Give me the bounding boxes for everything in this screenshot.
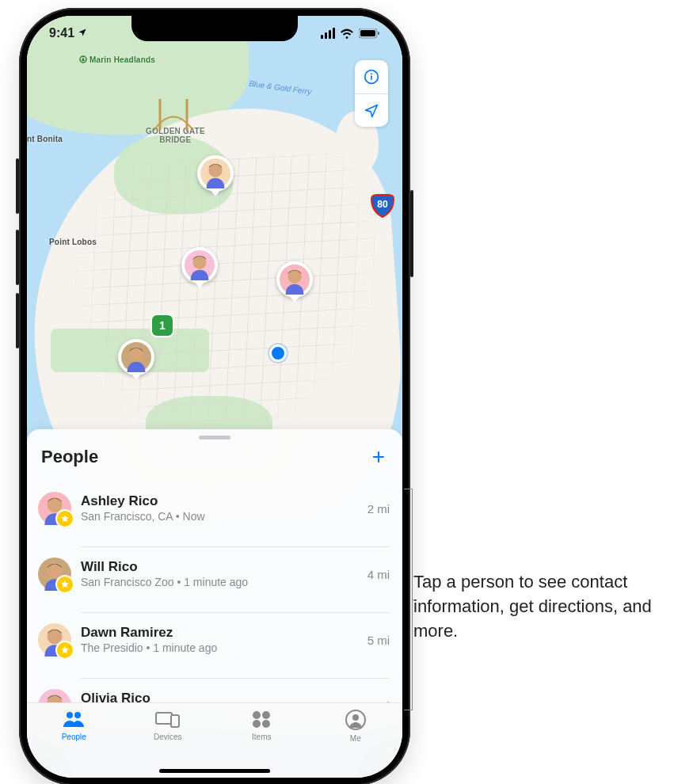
cell-signal-icon bbox=[321, 28, 335, 39]
map-controls bbox=[355, 60, 388, 127]
favorite-star-icon bbox=[55, 641, 74, 660]
map-info-button[interactable] bbox=[355, 60, 388, 93]
tab-bar: People Devices Items bbox=[27, 702, 402, 778]
person-name: Ashley Rico bbox=[81, 493, 358, 509]
svg-point-33 bbox=[262, 720, 270, 728]
map-label-bonita: nt Bonita bbox=[27, 135, 63, 143]
person-name: Dawn Ramirez bbox=[81, 625, 358, 641]
svg-rect-28 bbox=[156, 713, 172, 724]
person-name: Will Rico bbox=[81, 559, 358, 575]
golden-gate-bridge-icon bbox=[146, 87, 201, 143]
clock: 9:41 bbox=[49, 26, 74, 40]
person-subtitle: The Presidio • 1 minute ago bbox=[81, 641, 358, 655]
map-label-ferry: Blue & Gold Ferry bbox=[249, 79, 312, 97]
people-sheet[interactable]: People + Ashley Rico San Francisco, CA •… bbox=[27, 429, 402, 730]
svg-point-26 bbox=[67, 712, 73, 718]
favorite-star-icon bbox=[55, 509, 74, 528]
person-distance: 4 mi bbox=[367, 568, 390, 581]
tab-me[interactable]: Me bbox=[309, 703, 403, 765]
map-person-pin[interactable] bbox=[181, 247, 218, 284]
route-shield-1: 1 bbox=[152, 315, 173, 336]
avatar bbox=[38, 558, 71, 591]
battery-icon bbox=[359, 29, 380, 39]
callout-text: Tap a person to see contact information,… bbox=[413, 570, 659, 643]
map-person-pin[interactable] bbox=[118, 339, 154, 375]
iphone-frame: 9:41 bbox=[19, 8, 410, 784]
person-subtitle: San Francisco, CA • Now bbox=[81, 510, 358, 523]
map-person-pin[interactable] bbox=[197, 155, 234, 192]
people-list: Ashley Rico San Francisco, CA • Now 2 mi… bbox=[27, 476, 402, 730]
tab-people[interactable]: People bbox=[27, 703, 121, 765]
me-icon bbox=[345, 710, 366, 732]
svg-point-31 bbox=[262, 711, 270, 719]
person-distance: 5 mi bbox=[367, 634, 390, 647]
svg-point-27 bbox=[74, 712, 81, 718]
notch bbox=[131, 16, 298, 41]
map-label-lobos: Point Lobos bbox=[49, 238, 97, 246]
svg-rect-29 bbox=[171, 715, 179, 727]
person-subtitle: San Francisco Zoo • 1 minute ago bbox=[81, 576, 358, 589]
add-person-button[interactable]: + bbox=[369, 446, 388, 468]
route-shield-80: 80 bbox=[371, 194, 394, 218]
svg-rect-17 bbox=[371, 75, 372, 80]
map-person-pin[interactable] bbox=[276, 261, 313, 298]
svg-point-16 bbox=[371, 73, 372, 74]
home-indicator[interactable] bbox=[159, 769, 270, 773]
svg-rect-1 bbox=[360, 30, 375, 36]
person-row[interactable]: Ashley Rico San Francisco, CA • Now 2 mi bbox=[38, 476, 402, 541]
people-icon bbox=[62, 710, 86, 730]
sheet-grabber[interactable] bbox=[199, 436, 230, 440]
person-row[interactable]: Dawn Ramirez The Presidio • 1 minute ago… bbox=[38, 607, 402, 672]
screen: 9:41 bbox=[27, 16, 402, 778]
map-label-marin: Marin Headlands bbox=[79, 55, 155, 64]
location-arrow-icon bbox=[78, 26, 87, 40]
svg-text:80: 80 bbox=[377, 199, 388, 210]
current-location-dot bbox=[269, 344, 287, 362]
wifi-icon bbox=[340, 29, 354, 39]
svg-point-35 bbox=[352, 714, 359, 721]
person-distance: 2 mi bbox=[367, 502, 390, 516]
items-icon bbox=[251, 710, 272, 730]
sheet-title: People bbox=[41, 447, 98, 467]
devices-icon bbox=[155, 710, 181, 730]
person-row[interactable]: Will Rico San Francisco Zoo • 1 minute a… bbox=[38, 541, 402, 607]
svg-rect-2 bbox=[378, 32, 379, 35]
avatar bbox=[38, 492, 71, 525]
map-locate-button[interactable] bbox=[355, 93, 388, 127]
avatar bbox=[38, 623, 71, 657]
favorite-star-icon bbox=[55, 575, 74, 594]
tab-devices[interactable]: Devices bbox=[121, 703, 215, 765]
tab-items[interactable]: Items bbox=[215, 703, 309, 765]
svg-point-30 bbox=[253, 711, 261, 719]
svg-point-32 bbox=[253, 720, 261, 728]
